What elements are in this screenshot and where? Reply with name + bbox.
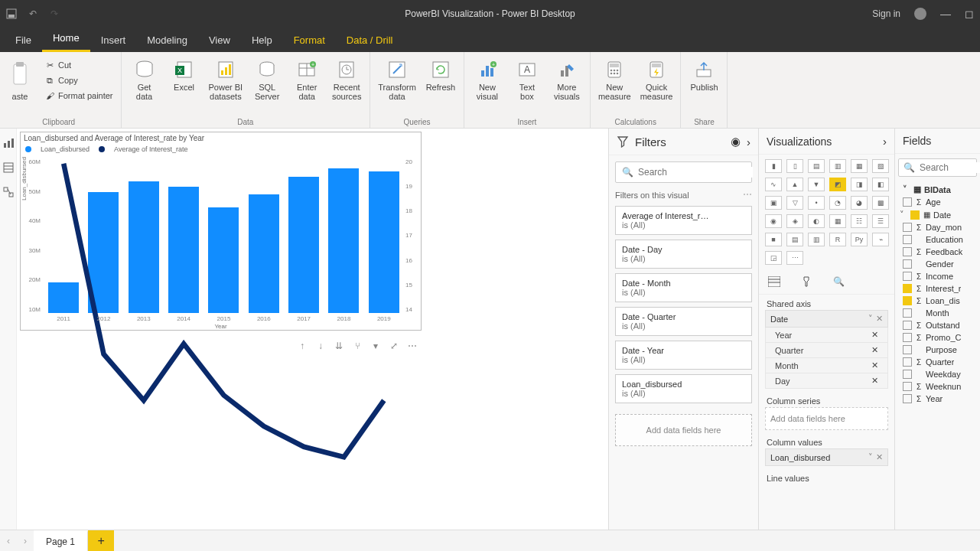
hierarchy-level[interactable]: Day✕: [765, 373, 888, 389]
tab-insert[interactable]: Insert: [90, 28, 137, 52]
field-row[interactable]: ΣWeeknun: [901, 380, 974, 393]
cut-button[interactable]: ✂Cut: [44, 58, 113, 72]
chevron-down-icon[interactable]: ˅: [865, 452, 873, 462]
save-icon[interactable]: [6, 8, 17, 19]
fields-tab-icon[interactable]: [767, 274, 782, 289]
new-measure-button[interactable]: New measure: [598, 58, 631, 101]
checkbox[interactable]: [903, 333, 912, 342]
filters-search-input[interactable]: [638, 167, 753, 178]
viz-type-button[interactable]: ▣: [765, 196, 782, 210]
viz-type-button[interactable]: ◲: [765, 251, 782, 265]
enter-data-button[interactable]: +Enter data: [291, 58, 322, 101]
field-row[interactable]: ΣFeedback: [901, 246, 974, 258]
field-row[interactable]: Gender: [901, 258, 974, 270]
tab-format[interactable]: Format: [283, 28, 336, 52]
more-options-icon[interactable]: ⋯: [407, 341, 418, 351]
viz-type-button[interactable]: ■: [765, 233, 782, 246]
focus-mode-icon[interactable]: ⤢: [389, 341, 399, 351]
combo-chart-visual[interactable]: Loan_disbursed and Average of Interest_r…: [20, 132, 422, 331]
chevron-down-icon[interactable]: ˅: [900, 210, 907, 220]
filter-card[interactable]: Loan_disbursedis (All): [615, 374, 752, 403]
report-canvas[interactable]: Loan_disbursed and Average of Interest_r…: [17, 129, 608, 530]
remove-icon[interactable]: ✕: [871, 330, 878, 340]
more-icon[interactable]: ⋯: [743, 189, 752, 200]
filter-card[interactable]: Average of Interest_r…is (All): [615, 206, 752, 235]
checkbox[interactable]: [903, 197, 912, 207]
viz-type-button[interactable]: ▮: [765, 159, 782, 173]
tab-data-drill[interactable]: Data / Drill: [336, 28, 404, 52]
next-page-button[interactable]: ›: [17, 530, 34, 551]
viz-type-button[interactable]: ▼: [808, 178, 825, 191]
viz-type-button[interactable]: ∿: [765, 178, 782, 191]
filter-card[interactable]: Date - Yearis (All): [615, 341, 752, 370]
viz-type-button[interactable]: ▧: [872, 159, 889, 173]
field-row[interactable]: ΣInterest_r: [901, 282, 974, 295]
column-values-field[interactable]: Loan_disbursed ˅ ✕: [765, 448, 888, 466]
chevron-down-icon[interactable]: ˅: [865, 314, 873, 324]
sql-server-button[interactable]: SQL Server: [252, 58, 282, 101]
field-row[interactable]: ΣOutstand: [901, 319, 974, 331]
checkbox[interactable]: [903, 223, 912, 232]
tab-file[interactable]: File: [5, 28, 42, 52]
tab-modeling[interactable]: Modeling: [136, 28, 198, 52]
undo-icon[interactable]: ↶: [28, 8, 38, 19]
filter-card[interactable]: Date - Quarteris (All): [615, 307, 752, 336]
viz-type-button[interactable]: ☰: [872, 214, 889, 228]
data-view-icon[interactable]: [3, 162, 14, 173]
quick-measure-button[interactable]: Quick measure: [640, 58, 673, 101]
filter-card[interactable]: Date - Dayis (All): [615, 240, 752, 269]
model-view-icon[interactable]: [3, 187, 14, 197]
field-row[interactable]: ΣIncome: [901, 270, 974, 282]
field-row[interactable]: ΣAge: [901, 196, 974, 208]
refresh-button[interactable]: Refresh: [425, 58, 456, 92]
viz-type-button[interactable]: ▤: [786, 233, 803, 246]
viz-type-button[interactable]: ▩: [872, 196, 889, 210]
checkbox[interactable]: [903, 308, 912, 318]
maximize-icon[interactable]: ◻: [965, 8, 974, 20]
column-series-drop[interactable]: Add data fields here: [765, 407, 888, 430]
checkbox[interactable]: [903, 370, 912, 379]
publish-button[interactable]: Publish: [689, 58, 719, 92]
expand-all-icon[interactable]: ⇊: [334, 341, 344, 351]
pbi-datasets-button[interactable]: Power BI datasets: [209, 58, 243, 101]
analytics-tab-icon[interactable]: 🔍: [831, 274, 846, 289]
tab-help[interactable]: Help: [241, 28, 283, 52]
eye-icon[interactable]: ◉: [731, 135, 741, 148]
viz-type-button[interactable]: ◈: [786, 214, 803, 228]
viz-type-button[interactable]: ▽: [786, 196, 803, 210]
viz-type-button[interactable]: ⋯: [786, 251, 803, 265]
checkbox[interactable]: [903, 272, 912, 281]
checkbox[interactable]: [903, 345, 912, 354]
viz-type-button[interactable]: ☷: [851, 214, 868, 228]
remove-icon[interactable]: ✕: [871, 376, 878, 386]
remove-icon[interactable]: ✕: [871, 360, 878, 370]
viz-type-button[interactable]: ▦: [851, 159, 868, 173]
viz-type-button[interactable]: ◉: [765, 214, 782, 228]
format-tab-icon[interactable]: [799, 274, 814, 289]
sign-in-link[interactable]: Sign in: [872, 8, 900, 19]
fields-search-input[interactable]: [920, 162, 980, 173]
checkbox[interactable]: [903, 235, 912, 244]
field-row[interactable]: Purpose: [901, 344, 974, 356]
viz-type-button[interactable]: ◔: [829, 196, 846, 210]
transform-data-button[interactable]: Transform data: [378, 58, 416, 101]
text-box-button[interactable]: AText box: [512, 58, 542, 101]
page-tab-1[interactable]: Page 1: [34, 530, 88, 551]
viz-type-button[interactable]: ◨: [851, 178, 868, 191]
field-row[interactable]: ΣQuarter: [901, 356, 974, 368]
format-painter-button[interactable]: 🖌Format painter: [44, 89, 113, 103]
checkbox[interactable]: [903, 259, 912, 269]
get-data-button[interactable]: Get data: [129, 58, 160, 101]
filter-icon[interactable]: ▾: [370, 341, 381, 351]
drill-down-icon[interactable]: ↓: [315, 341, 326, 351]
viz-type-button[interactable]: Py: [851, 233, 868, 246]
filters-drop-target[interactable]: Add data fields here: [615, 414, 752, 446]
viz-type-button[interactable]: R: [829, 233, 846, 246]
viz-type-button[interactable]: ◐: [808, 214, 825, 228]
checkbox[interactable]: [903, 247, 912, 256]
viz-type-button[interactable]: ▦: [829, 214, 846, 228]
viz-type-button[interactable]: ◕: [851, 196, 868, 210]
field-row[interactable]: ˅▦Date: [898, 208, 974, 221]
hierarchy-level[interactable]: Quarter✕: [765, 343, 888, 358]
viz-type-button[interactable]: •: [808, 196, 825, 210]
